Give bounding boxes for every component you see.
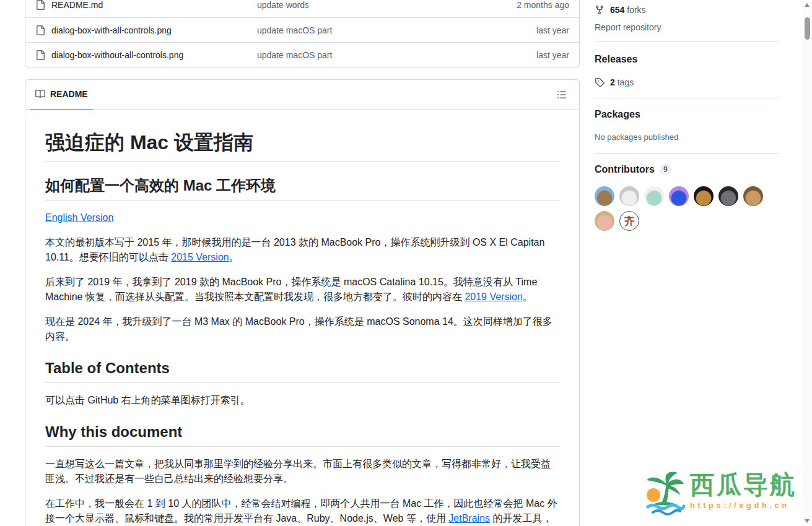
fork-icon — [595, 5, 605, 15]
scrollbar-down-icon[interactable] — [805, 519, 810, 523]
paragraph-why-1: 一直想写这么一篇文章，把我从同事那里学到的经验分享出来。市面上有很多类似的文章，… — [45, 457, 559, 486]
section-heading-why: Why this document — [45, 423, 559, 447]
forks-label: forks — [627, 5, 645, 15]
readme-body: 强迫症的 Mac 设置指南 如何配置一个高效的 Mac 工作环境 English… — [25, 110, 579, 526]
paragraph-text: 后来到了 2019 年，我拿到了 2019 款的 MacBook Pro，操作系… — [45, 277, 537, 302]
tag-icon — [595, 77, 605, 87]
palm-tree-logo-icon — [645, 470, 685, 517]
packages-heading: Packages — [595, 109, 779, 120]
contributors-heading-link[interactable]: Contributors — [595, 164, 655, 175]
releases-heading: Releases — [595, 54, 779, 65]
contributors-heading: Contributors 9 — [595, 164, 779, 175]
divider — [595, 153, 779, 154]
contributors-count-badge: 9 — [660, 164, 671, 175]
table-row[interactable]: dialog-box-without-all-controls.png upda… — [25, 42, 579, 67]
tags-count: 2 — [610, 77, 615, 87]
section-heading-intro: 如何配置一个高效的 Mac 工作环境 — [45, 176, 559, 200]
forks-link[interactable]: 654 forks — [595, 5, 779, 15]
2015-version-link[interactable]: 2015 Version — [171, 252, 229, 262]
avatar-white-dog[interactable] — [619, 186, 639, 206]
avatar-sonic-purple[interactable] — [669, 186, 689, 206]
jetbrains-link[interactable]: JetBrains — [448, 513, 490, 524]
commit-date-link[interactable]: last year — [536, 25, 569, 35]
paragraph-english-link: English Version — [45, 210, 559, 225]
readme-tab-label: README — [50, 89, 88, 99]
file-icon — [35, 0, 45, 10]
report-repository-link[interactable]: Report repository — [595, 22, 661, 32]
tab-readme[interactable]: README — [30, 80, 93, 110]
file-list-table: README.md update words 2 months ago dial… — [25, 0, 580, 67]
paragraph-2019: 后来到了 2019 年，我拿到了 2019 款的 MacBook Pro，操作系… — [45, 275, 559, 304]
avatar-dark-portrait[interactable] — [718, 186, 738, 206]
paragraph-text: 。 — [229, 252, 239, 262]
contributors-avatars: 齐 — [595, 186, 768, 231]
scrollbar-up-icon[interactable] — [805, 3, 810, 7]
commit-message-link[interactable]: update macOS part — [257, 25, 332, 35]
forks-count: 654 — [610, 5, 624, 15]
commit-date-link[interactable]: 2 months ago — [517, 0, 569, 10]
file-icon — [35, 50, 45, 60]
divider — [595, 41, 779, 41]
list-unordered-icon — [557, 90, 567, 100]
watermark-logo: 西瓜导航 https://xgdh.cn — [645, 470, 797, 517]
scrollbar-thumb[interactable] — [805, 17, 810, 40]
avatar-teal-cartoon[interactable] — [644, 186, 664, 206]
paragraph-2015: 本文的最初版本写于 2015 年，那时候我用的是一台 2013 款的 MacBo… — [45, 235, 559, 265]
watermark-title: 西瓜导航 — [690, 470, 797, 499]
table-row[interactable]: dialog-box-with-all-controls.png update … — [25, 17, 579, 42]
avatar-rabbit-sky[interactable] — [595, 186, 614, 206]
tags-link[interactable]: 2 tags — [595, 77, 779, 87]
commit-message-link[interactable]: update words — [257, 0, 309, 10]
readme-card: README 强迫症的 Mac 设置指南 如何配置一个高效的 Mac 工作环境 … — [25, 79, 580, 526]
paragraph-text: 。 — [523, 291, 533, 302]
avatar-qi-character[interactable]: 齐 — [619, 211, 639, 231]
avatar-squirrel[interactable] — [743, 186, 763, 206]
page-title: 强迫症的 Mac 设置指南 — [45, 130, 559, 162]
watermark-url: https://xgdh.cn — [690, 501, 797, 510]
readme-header: README — [25, 80, 579, 110]
paragraph-why-2: 在工作中，我一般会在 1 到 10 人的团队中，经常会结对编程，即两个人共用一台… — [45, 496, 559, 526]
english-version-link[interactable]: English Version — [45, 212, 113, 223]
packages-empty-text: No packages published — [595, 132, 779, 142]
paragraph-toc: 可以点击 GitHub 右上角的菜单图标打开索引。 — [45, 393, 559, 408]
divider — [595, 98, 779, 98]
2019-version-link[interactable]: 2019 Version — [465, 291, 522, 302]
tags-label: tags — [618, 77, 634, 87]
avatar-doll-flowers[interactable] — [595, 211, 614, 231]
table-row[interactable]: README.md update words 2 months ago — [25, 0, 579, 17]
file-name-link[interactable]: README.md — [51, 0, 103, 10]
file-name-link[interactable]: dialog-box-with-all-controls.png — [51, 25, 172, 35]
repo-sidebar: 654 forks Report repository Releases 2 t… — [595, 0, 779, 231]
scrollbar[interactable] — [803, 0, 812, 526]
file-icon — [35, 25, 45, 35]
paragraph-text: 本文的最初版本写于 2015 年，那时候我用的是一台 2013 款的 MacBo… — [45, 237, 544, 262]
commit-date-link[interactable]: last year — [536, 50, 569, 60]
book-icon — [35, 89, 45, 99]
paragraph-2024: 现在是 2024 年，我升级到了一台 M3 Max 的 MacBook Pro，… — [45, 314, 559, 344]
file-name-link[interactable]: dialog-box-without-all-controls.png — [51, 50, 183, 60]
avatar-golden-statue[interactable] — [694, 186, 714, 206]
commit-message-link[interactable]: update macOS part — [257, 50, 332, 60]
outline-button[interactable] — [554, 87, 569, 102]
section-heading-toc: Table of Contents — [45, 359, 559, 383]
